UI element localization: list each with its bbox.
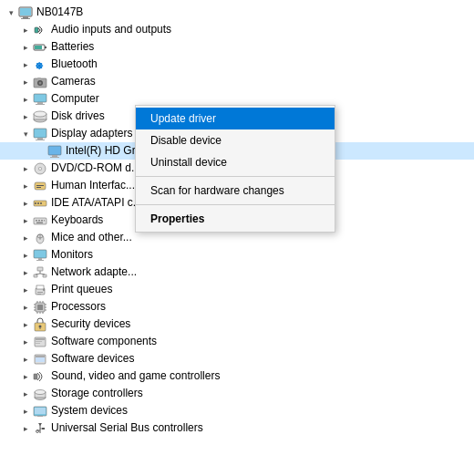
disk-icon	[33, 109, 47, 124]
ideata-chevron	[18, 196, 33, 211]
software2-icon	[33, 352, 47, 367]
svg-rect-29	[36, 185, 44, 186]
svg-point-73	[39, 325, 42, 327]
systemdevices-chevron	[18, 404, 33, 419]
security-label: Security devices	[51, 316, 130, 333]
tree-item-usb[interactable]: Universal Serial Bus controllers	[0, 419, 474, 437]
softwaredevices-chevron	[18, 352, 33, 367]
tree-root[interactable]: NB0147B	[0, 4, 474, 21]
keyboards-chevron	[18, 213, 33, 228]
svg-point-27	[39, 168, 41, 170]
dvdcd-chevron	[18, 161, 33, 176]
computer-chevron	[18, 92, 33, 107]
svg-rect-47	[37, 267, 43, 271]
svg-point-57	[43, 289, 45, 291]
security-icon	[33, 317, 47, 332]
bluetooth-chevron	[18, 57, 33, 72]
computer-label: Computer	[51, 90, 99, 108]
security-chevron	[18, 317, 33, 332]
tree-item-security[interactable]: Security devices	[0, 316, 474, 333]
svg-rect-14	[37, 102, 43, 104]
storage-label: Storage controllers	[51, 385, 143, 402]
svg-rect-20	[37, 138, 43, 140]
svg-rect-7	[35, 46, 42, 49]
ideata-label: IDE ATA/ATAPI c...	[51, 194, 142, 212]
dvd-icon	[33, 161, 47, 176]
dvdcd-label: DVD/CD-ROM d...	[51, 160, 140, 177]
sound-chevron	[18, 369, 33, 384]
computer-icon	[18, 5, 33, 20]
monitors-chevron	[18, 248, 33, 263]
system-icon	[33, 404, 47, 419]
tree-item-printqueues[interactable]: Print queues	[0, 281, 474, 298]
svg-rect-2	[21, 18, 30, 19]
processors-chevron	[18, 300, 33, 315]
context-menu: Update driver Disable device Uninstall d…	[135, 105, 335, 233]
bluetooth-icon: ⎈	[33, 57, 47, 72]
batteries-label: Batteries	[51, 38, 94, 56]
storage-icon	[33, 387, 47, 401]
tree-item-systemdevices[interactable]: System devices	[0, 402, 474, 419]
tree-item-audio[interactable]: Audio inputs and outputs	[0, 21, 474, 38]
svg-text:⎈: ⎈	[36, 58, 44, 72]
hid-chevron	[18, 179, 33, 193]
monitor-icon	[33, 248, 47, 263]
software-icon	[33, 335, 47, 349]
root-chevron	[4, 5, 18, 20]
svg-rect-23	[52, 155, 57, 157]
context-menu-item-properties[interactable]: Properties	[136, 208, 335, 230]
tree-item-processors[interactable]: Processors	[0, 298, 474, 316]
svg-rect-91	[42, 428, 45, 429]
ide-icon	[33, 196, 47, 211]
properties-label: Properties	[150, 212, 204, 225]
svg-point-34	[40, 202, 42, 204]
svg-point-11	[39, 81, 42, 84]
keyboards-label: Keyboards	[51, 212, 103, 229]
sound-label: Sound, video and game controllers	[51, 367, 220, 385]
context-menu-item-update[interactable]: Update driver	[136, 108, 335, 129]
tree-item-softwarecomponents[interactable]: Software components	[0, 333, 474, 350]
tree-item-bluetooth[interactable]: ⎈ Bluetooth	[0, 56, 474, 73]
update-driver-label: Update driver	[150, 112, 216, 125]
tree-item-cameras[interactable]: Cameras	[0, 73, 474, 90]
sound-icon	[33, 369, 47, 384]
context-menu-item-scan[interactable]: Scan for hardware changes	[136, 180, 335, 202]
mice-chevron	[18, 231, 33, 245]
tree-item-network[interactable]: Network adapte...	[0, 264, 474, 281]
batteries-chevron	[18, 40, 33, 55]
svg-point-85	[35, 389, 46, 394]
printqueues-chevron	[18, 283, 33, 297]
svg-rect-54	[36, 285, 44, 289]
printqueues-label: Print queues	[51, 281, 112, 298]
network-icon	[33, 265, 47, 280]
audio-icon	[33, 23, 47, 37]
context-menu-item-uninstall[interactable]: Uninstall device	[136, 151, 335, 173]
diskdrives-chevron	[18, 109, 33, 124]
svg-rect-30	[36, 187, 41, 188]
context-menu-item-disable[interactable]: Disable device	[136, 129, 335, 151]
tree-item-softwaredevices[interactable]: Software devices	[0, 350, 474, 367]
svg-rect-44	[34, 250, 46, 258]
tree-item-batteries[interactable]: Batteries	[0, 38, 474, 56]
mouse-icon	[33, 231, 47, 245]
device-manager-tree: NB0147B Audio inputs and outputs Batteri…	[0, 0, 474, 476]
mice-label: Mice and other...	[51, 229, 132, 246]
cameras-label: Cameras	[51, 73, 96, 90]
network-label: Network adapte...	[51, 264, 137, 281]
softwarecomponents-label: Software components	[51, 333, 157, 350]
processor-icon	[33, 300, 47, 315]
displayadapters-label: Display adapters	[51, 125, 132, 142]
svg-point-32	[35, 202, 36, 204]
svg-rect-46	[36, 260, 44, 261]
printer-icon	[33, 283, 47, 297]
svg-rect-76	[36, 338, 45, 340]
hid-label: Human Interfac...	[51, 177, 135, 194]
tree-item-monitors[interactable]: Monitors	[0, 246, 474, 264]
cameras-chevron	[18, 75, 33, 89]
tree-item-sound[interactable]: Sound, video and game controllers	[0, 367, 474, 385]
bluetooth-label: Bluetooth	[51, 56, 98, 73]
context-menu-separator-1	[136, 176, 335, 177]
tree-item-storage[interactable]: Storage controllers	[0, 385, 474, 402]
svg-rect-45	[38, 258, 42, 260]
camera-icon	[33, 75, 47, 89]
